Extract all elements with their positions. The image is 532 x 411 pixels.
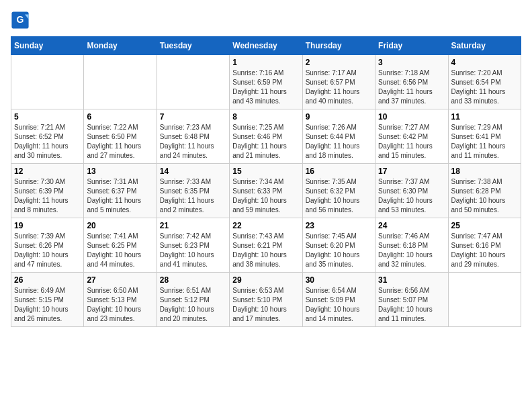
day-cell bbox=[157, 55, 229, 109]
day-cell: 12Sunrise: 7:30 AM Sunset: 6:39 PM Dayli… bbox=[11, 164, 84, 218]
day-info: Sunrise: 6:53 AM Sunset: 5:10 PM Dayligh… bbox=[232, 286, 299, 324]
header-row: SundayMondayTuesdayWednesdayThursdayFrid… bbox=[11, 37, 521, 55]
header-day-sunday: Sunday bbox=[11, 37, 84, 55]
day-number: 26 bbox=[14, 275, 81, 285]
day-info: Sunrise: 7:34 AM Sunset: 6:33 PM Dayligh… bbox=[232, 177, 299, 215]
day-info: Sunrise: 7:26 AM Sunset: 6:44 PM Dayligh… bbox=[306, 123, 372, 161]
day-number: 29 bbox=[232, 275, 299, 285]
day-info: Sunrise: 7:45 AM Sunset: 6:20 PM Dayligh… bbox=[306, 232, 372, 269]
day-info: Sunrise: 7:16 AM Sunset: 6:59 PM Dayligh… bbox=[232, 68, 299, 106]
day-info: Sunrise: 7:20 AM Sunset: 6:54 PM Dayligh… bbox=[451, 68, 518, 106]
day-info: Sunrise: 6:49 AM Sunset: 5:15 PM Dayligh… bbox=[14, 286, 81, 324]
header-day-saturday: Saturday bbox=[448, 37, 521, 55]
day-cell: 30Sunrise: 6:54 AM Sunset: 5:09 PM Dayli… bbox=[302, 273, 375, 327]
day-cell: 24Sunrise: 7:46 AM Sunset: 6:18 PM Dayli… bbox=[375, 218, 448, 273]
day-cell: 18Sunrise: 7:38 AM Sunset: 6:28 PM Dayli… bbox=[448, 164, 521, 218]
day-cell: 21Sunrise: 7:42 AM Sunset: 6:23 PM Dayli… bbox=[157, 218, 229, 273]
day-number: 28 bbox=[160, 275, 226, 285]
header-day-tuesday: Tuesday bbox=[157, 37, 229, 55]
day-number: 3 bbox=[378, 58, 445, 67]
day-cell: 8Sunrise: 7:25 AM Sunset: 6:46 PM Daylig… bbox=[230, 109, 302, 164]
day-cell: 28Sunrise: 6:51 AM Sunset: 5:12 PM Dayli… bbox=[157, 273, 229, 327]
day-number: 16 bbox=[306, 167, 372, 176]
day-number: 12 bbox=[14, 167, 81, 176]
week-row-0: 1Sunrise: 7:16 AM Sunset: 6:59 PM Daylig… bbox=[11, 55, 521, 109]
day-cell bbox=[11, 55, 84, 109]
day-cell: 16Sunrise: 7:35 AM Sunset: 6:32 PM Dayli… bbox=[302, 164, 375, 218]
day-cell: 25Sunrise: 7:47 AM Sunset: 6:16 PM Dayli… bbox=[448, 218, 521, 273]
day-info: Sunrise: 7:42 AM Sunset: 6:23 PM Dayligh… bbox=[160, 232, 226, 269]
day-info: Sunrise: 7:46 AM Sunset: 6:18 PM Dayligh… bbox=[378, 232, 445, 269]
day-cell: 15Sunrise: 7:34 AM Sunset: 6:33 PM Dayli… bbox=[230, 164, 302, 218]
day-info: Sunrise: 7:23 AM Sunset: 6:48 PM Dayligh… bbox=[160, 123, 226, 161]
day-cell: 9Sunrise: 7:26 AM Sunset: 6:44 PM Daylig… bbox=[302, 109, 375, 164]
logo-icon: G bbox=[11, 11, 30, 30]
day-info: Sunrise: 7:31 AM Sunset: 6:37 PM Dayligh… bbox=[87, 177, 153, 215]
day-cell: 3Sunrise: 7:18 AM Sunset: 6:56 PM Daylig… bbox=[375, 55, 448, 109]
day-info: Sunrise: 6:50 AM Sunset: 5:13 PM Dayligh… bbox=[87, 286, 153, 324]
day-number: 21 bbox=[160, 221, 226, 230]
logo: G bbox=[11, 11, 32, 30]
day-cell: 20Sunrise: 7:41 AM Sunset: 6:25 PM Dayli… bbox=[84, 218, 157, 273]
day-number: 19 bbox=[14, 221, 81, 230]
day-info: Sunrise: 7:21 AM Sunset: 6:52 PM Dayligh… bbox=[14, 123, 81, 161]
day-cell: 26Sunrise: 6:49 AM Sunset: 5:15 PM Dayli… bbox=[11, 273, 84, 327]
day-info: Sunrise: 7:33 AM Sunset: 6:35 PM Dayligh… bbox=[160, 177, 226, 215]
day-cell: 23Sunrise: 7:45 AM Sunset: 6:20 PM Dayli… bbox=[302, 218, 375, 273]
day-info: Sunrise: 7:35 AM Sunset: 6:32 PM Dayligh… bbox=[306, 177, 372, 215]
day-number: 24 bbox=[378, 221, 445, 230]
day-info: Sunrise: 6:54 AM Sunset: 5:09 PM Dayligh… bbox=[306, 286, 372, 324]
header-day-monday: Monday bbox=[84, 37, 157, 55]
day-cell: 14Sunrise: 7:33 AM Sunset: 6:35 PM Dayli… bbox=[157, 164, 229, 218]
day-number: 18 bbox=[451, 167, 518, 176]
calendar-body: 1Sunrise: 7:16 AM Sunset: 6:59 PM Daylig… bbox=[11, 55, 521, 327]
day-info: Sunrise: 7:22 AM Sunset: 6:50 PM Dayligh… bbox=[87, 123, 153, 161]
day-cell: 19Sunrise: 7:39 AM Sunset: 6:26 PM Dayli… bbox=[11, 218, 84, 273]
day-number: 4 bbox=[451, 58, 518, 67]
day-number: 1 bbox=[232, 58, 299, 67]
calendar-header: SundayMondayTuesdayWednesdayThursdayFrid… bbox=[11, 37, 521, 55]
day-info: Sunrise: 6:51 AM Sunset: 5:12 PM Dayligh… bbox=[160, 286, 226, 324]
day-cell: 31Sunrise: 6:56 AM Sunset: 5:07 PM Dayli… bbox=[375, 273, 448, 327]
day-number: 22 bbox=[232, 221, 299, 230]
day-number: 9 bbox=[306, 112, 372, 122]
day-info: Sunrise: 7:17 AM Sunset: 6:57 PM Dayligh… bbox=[306, 68, 372, 106]
header-day-wednesday: Wednesday bbox=[230, 37, 302, 55]
day-cell: 4Sunrise: 7:20 AM Sunset: 6:54 PM Daylig… bbox=[448, 55, 521, 109]
page-header: G bbox=[11, 11, 521, 30]
day-cell: 5Sunrise: 7:21 AM Sunset: 6:52 PM Daylig… bbox=[11, 109, 84, 164]
calendar-table: SundayMondayTuesdayWednesdayThursdayFrid… bbox=[11, 36, 521, 327]
day-cell: 10Sunrise: 7:27 AM Sunset: 6:42 PM Dayli… bbox=[375, 109, 448, 164]
day-cell: 27Sunrise: 6:50 AM Sunset: 5:13 PM Dayli… bbox=[84, 273, 157, 327]
day-number: 20 bbox=[87, 221, 153, 230]
day-cell: 29Sunrise: 6:53 AM Sunset: 5:10 PM Dayli… bbox=[230, 273, 302, 327]
day-number: 2 bbox=[306, 58, 372, 67]
day-number: 8 bbox=[232, 112, 299, 122]
day-cell: 11Sunrise: 7:29 AM Sunset: 6:41 PM Dayli… bbox=[448, 109, 521, 164]
day-info: Sunrise: 7:30 AM Sunset: 6:39 PM Dayligh… bbox=[14, 177, 81, 215]
day-number: 30 bbox=[306, 275, 372, 285]
header-day-thursday: Thursday bbox=[302, 37, 375, 55]
day-number: 5 bbox=[14, 112, 81, 122]
day-number: 10 bbox=[378, 112, 445, 122]
day-info: Sunrise: 7:47 AM Sunset: 6:16 PM Dayligh… bbox=[451, 232, 518, 269]
day-cell: 7Sunrise: 7:23 AM Sunset: 6:48 PM Daylig… bbox=[157, 109, 229, 164]
day-cell: 1Sunrise: 7:16 AM Sunset: 6:59 PM Daylig… bbox=[230, 55, 302, 109]
week-row-2: 12Sunrise: 7:30 AM Sunset: 6:39 PM Dayli… bbox=[11, 164, 521, 218]
day-number: 15 bbox=[232, 167, 299, 176]
day-info: Sunrise: 7:25 AM Sunset: 6:46 PM Dayligh… bbox=[232, 123, 299, 161]
week-row-1: 5Sunrise: 7:21 AM Sunset: 6:52 PM Daylig… bbox=[11, 109, 521, 164]
day-cell bbox=[448, 273, 521, 327]
day-number: 17 bbox=[378, 167, 445, 176]
day-info: Sunrise: 7:37 AM Sunset: 6:30 PM Dayligh… bbox=[378, 177, 445, 215]
week-row-4: 26Sunrise: 6:49 AM Sunset: 5:15 PM Dayli… bbox=[11, 273, 521, 327]
day-number: 11 bbox=[451, 112, 518, 122]
day-cell: 17Sunrise: 7:37 AM Sunset: 6:30 PM Dayli… bbox=[375, 164, 448, 218]
day-number: 7 bbox=[160, 112, 226, 122]
day-cell: 2Sunrise: 7:17 AM Sunset: 6:57 PM Daylig… bbox=[302, 55, 375, 109]
day-info: Sunrise: 7:29 AM Sunset: 6:41 PM Dayligh… bbox=[451, 123, 518, 161]
week-row-3: 19Sunrise: 7:39 AM Sunset: 6:26 PM Dayli… bbox=[11, 218, 521, 273]
day-cell bbox=[84, 55, 157, 109]
day-number: 27 bbox=[87, 275, 153, 285]
day-info: Sunrise: 7:39 AM Sunset: 6:26 PM Dayligh… bbox=[14, 232, 81, 269]
